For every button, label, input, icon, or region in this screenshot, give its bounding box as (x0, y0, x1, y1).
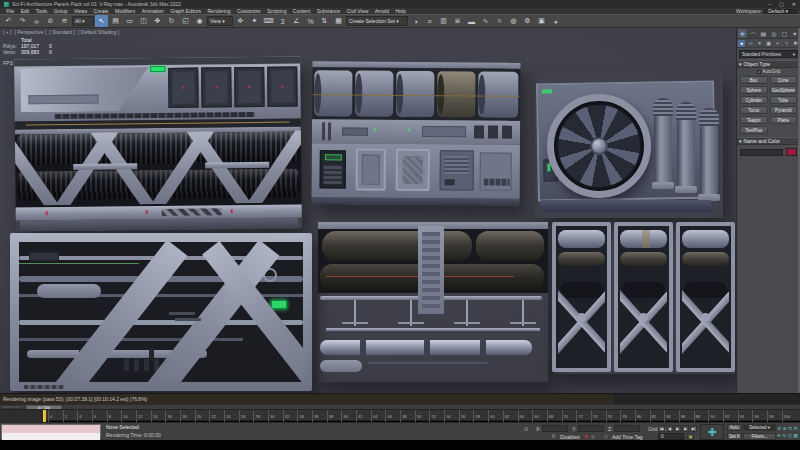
angle-snap-icon[interactable]: ∠ (290, 15, 303, 27)
viewport-label-segment[interactable]: [ Standard ] (49, 29, 75, 35)
model-fan-pipes-panel[interactable] (535, 72, 723, 218)
window-crossing-icon[interactable]: ◫ (137, 15, 150, 27)
use-pivot-point-icon[interactable]: ✜ (234, 15, 247, 27)
object-type-button[interactable]: TextPlus (740, 126, 768, 134)
render-setup-icon[interactable]: ⚙ (521, 15, 534, 27)
play-button[interactable]: ▶ (674, 425, 681, 432)
current-frame-field[interactable]: 0 (658, 433, 684, 440)
schematic-view-icon[interactable]: ⌗ (493, 15, 506, 27)
unlink-selection-icon[interactable]: ⊘ (44, 15, 57, 27)
geometry-category[interactable]: ● (738, 40, 745, 47)
name-and-color-rollout[interactable]: ▾ Name and Color (737, 137, 800, 145)
toggle-ribbon-icon[interactable]: ▬ (465, 15, 478, 27)
set-key-button[interactable]: Set K (727, 433, 742, 440)
object-type-button[interactable]: Plane (770, 116, 798, 124)
select-and-rotate-icon[interactable]: ↻ (165, 15, 178, 27)
workspace-dropdown[interactable]: Default ▾ (764, 9, 797, 14)
modify-tab[interactable]: ◠ (748, 29, 757, 38)
viewport-label-segment[interactable]: [ Perspective ] (14, 29, 46, 35)
display-tab[interactable]: ▢ (780, 29, 789, 38)
time-slider-caret[interactable] (43, 410, 46, 422)
object-type-button[interactable]: GeoSphere (770, 86, 798, 94)
perspective-viewport[interactable]: [ + ][ Perspective ][ Standard ][ Defaul… (0, 28, 736, 393)
reference-coordinate-dropdown[interactable]: View ▾ (207, 16, 233, 26)
object-color-swatch[interactable] (786, 148, 797, 156)
select-and-link-icon[interactable]: ∞ (30, 15, 43, 27)
go-to-start-button[interactable]: |◀ (658, 425, 665, 432)
motion-tab[interactable]: ◎ (769, 29, 778, 38)
viewport-label-segment[interactable]: [ + ] (3, 29, 11, 35)
select-and-move-icon[interactable]: ✥ (151, 15, 164, 27)
object-type-button[interactable]: Torus (740, 106, 768, 114)
lights-category[interactable]: ✶ (756, 40, 763, 47)
render-production-icon[interactable]: ◕ (549, 15, 562, 27)
object-type-button[interactable]: Sphere (740, 86, 768, 94)
orbit-icon[interactable]: ↻ (783, 432, 788, 438)
y-coordinate-field[interactable] (578, 425, 604, 432)
degradation-icon[interactable]: ◎ (591, 434, 595, 439)
key-mode-toggle-icon[interactable]: ◆ (687, 433, 694, 440)
object-type-button[interactable]: Tube (770, 96, 798, 104)
x-coordinate-field[interactable] (542, 425, 568, 432)
shapes-category[interactable]: ∾ (747, 40, 754, 47)
object-type-button[interactable]: Pyramid (770, 106, 798, 114)
maximize-viewport-icon[interactable]: ◱ (788, 432, 793, 438)
auto-key-button[interactable]: Auto (727, 424, 742, 431)
model-drum-wall-panel[interactable] (312, 61, 521, 205)
object-type-button[interactable]: Box (740, 76, 768, 84)
maxscript-mini-listener[interactable] (1, 424, 101, 439)
material-editor-icon[interactable]: ◍ (507, 15, 520, 27)
close-button[interactable]: ✕ (792, 1, 796, 7)
named-selection-sets-dropdown[interactable]: Create Selection Set ▾ (346, 16, 408, 26)
pan-view-icon[interactable]: ✛ (777, 432, 782, 438)
keyboard-override-icon[interactable]: ⌨ (262, 15, 275, 27)
object-name-field[interactable] (740, 149, 783, 156)
helpers-category[interactable]: ⌖ (774, 40, 781, 47)
set-keys-button[interactable]: ✚ (700, 424, 724, 440)
timeline-ruler[interactable]: 0246810121416182022242628303234363840424… (0, 409, 800, 421)
autogrid-checkbox[interactable]: AutoGrid (737, 68, 800, 75)
zoom-region-icon[interactable]: ⊟ (794, 425, 799, 431)
rectangular-selection-region-icon[interactable]: ▭ (123, 15, 136, 27)
minimize-button[interactable]: – (768, 1, 771, 7)
select-object-icon[interactable]: ↖ (95, 15, 108, 27)
zoom-icon[interactable]: ⊕ (777, 425, 782, 431)
curve-editor-icon[interactable]: ∿ (479, 15, 492, 27)
rendered-frame-window-icon[interactable]: ▣ (535, 15, 548, 27)
percent-snap-icon[interactable]: % (304, 15, 317, 27)
spinner-snap-icon[interactable]: ⇅ (318, 15, 331, 27)
snaps-toggle-icon[interactable]: 3 (276, 15, 289, 27)
object-type-button[interactable]: Cone (770, 76, 798, 84)
selection-lock-icon[interactable]: ⊞ (524, 426, 528, 432)
zoom-all-icon[interactable]: ⊛ (783, 425, 788, 431)
object-type-button[interactable]: Cylinder (740, 96, 768, 104)
space-warps-category[interactable]: ≈ (783, 40, 790, 47)
toggle-scene-explorer-icon[interactable]: ▥ (437, 15, 450, 27)
go-to-end-button[interactable]: ▶| (690, 425, 697, 432)
selection-filter-dropdown[interactable]: All ▾ (72, 16, 94, 26)
create-tab[interactable]: ✚ (738, 29, 747, 38)
previous-frame-button[interactable]: ◀ (666, 425, 673, 432)
mirror-icon[interactable]: ◑ (409, 15, 422, 27)
object-type-rollout[interactable]: ▾ Object Type (737, 60, 800, 68)
subcategory-dropdown[interactable]: Standard Primitives▾ (739, 50, 798, 58)
redo-icon[interactable]: ↷ (16, 15, 29, 27)
model-torpedo-rack-panel[interactable] (318, 222, 548, 382)
zoom-extents-icon[interactable]: ⊡ (788, 425, 793, 431)
maximize-button[interactable]: ▢ (779, 1, 784, 7)
model-cylinder-rack-panel[interactable] (552, 222, 735, 374)
viewport-label-segment[interactable]: [ Default Shading ] (78, 29, 119, 35)
object-type-button[interactable]: Teapot (740, 116, 768, 124)
cameras-category[interactable]: ▣ (765, 40, 772, 47)
align-icon[interactable]: ≡ (423, 15, 436, 27)
selection-set-dropdown[interactable]: Selected ▾ (743, 424, 776, 431)
model-diagonal-frame-panel[interactable] (10, 233, 312, 391)
edit-named-sets-icon[interactable]: ▦ (332, 15, 345, 27)
toggle-layer-explorer-icon[interactable]: ≣ (451, 15, 464, 27)
gear-icon[interactable]: ⚙ (551, 433, 555, 439)
select-and-place-icon[interactable]: ◉ (193, 15, 206, 27)
hierarchy-tab[interactable]: ▤ (759, 29, 768, 38)
select-and-manipulate-icon[interactable]: ✦ (248, 15, 261, 27)
undo-icon[interactable]: ↶ (2, 15, 15, 27)
model-armored-truss-panel[interactable] (14, 57, 302, 232)
